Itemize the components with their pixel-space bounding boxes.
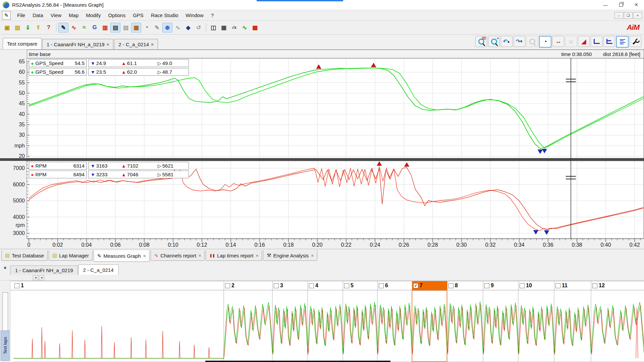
test-tab-1[interactable]: 2 - C_a_0214 (78, 264, 119, 275)
histogram-icon[interactable]: ∿ (69, 23, 79, 33)
compass-icon[interactable]: ◆ (183, 23, 193, 33)
gauge-icon[interactable]: ◔ (142, 23, 152, 33)
lap-checkbox-12[interactable] (592, 283, 597, 288)
gps-graph-icon[interactable]: G (90, 23, 100, 33)
spline-grey-icon[interactable]: ∿ (173, 23, 183, 33)
scroll-left-icon[interactable]: ◄ (33, 275, 38, 280)
menu-map[interactable]: Map (65, 10, 82, 20)
menu-racestudio[interactable]: Race Studio (147, 10, 182, 20)
menu-[interactable]: ? (207, 10, 217, 20)
workspace-tab-engine-analysis[interactable]: ⚒Engine Analysis× (263, 250, 317, 261)
open-test-icon[interactable]: ▣ (2, 23, 12, 33)
lap-checkbox-5[interactable] (344, 283, 349, 288)
lap-checkbox-11[interactable] (555, 283, 560, 288)
doc-tab-close-icon[interactable]: × (151, 42, 154, 47)
lap-report-icon[interactable]: ▥ (100, 23, 110, 33)
import-folder-icon[interactable]: ⇑ (33, 23, 43, 33)
test-tab-0[interactable]: 1 - CaananFr NH_a_0219 (10, 265, 78, 275)
lap-segment-11[interactable]: 11 (554, 281, 591, 290)
preview-icon[interactable]: ◫ (208, 23, 218, 33)
plot-divider[interactable] (0, 158, 644, 161)
workspace-tab-close-icon[interactable]: × (311, 253, 314, 258)
menu-file[interactable]: File (13, 10, 29, 20)
track-position-icon[interactable]: ⊕ (162, 23, 172, 33)
measures-list-button[interactable] (616, 36, 629, 48)
lap-checkbox-4[interactable] (309, 283, 314, 288)
doc-tab-0[interactable]: Test compare (3, 38, 42, 49)
open-file-icon[interactable]: ▨ (12, 23, 22, 33)
channels-report-icon[interactable]: ▦ (131, 23, 141, 33)
workspace-tab-close-icon[interactable]: × (143, 253, 146, 258)
zoom-next-button[interactable]: ↷▼ (514, 36, 525, 47)
restore-button[interactable] (613, 0, 629, 10)
lap-segment-1[interactable]: 1 (13, 281, 224, 290)
delta-button[interactable]: ◢ (578, 36, 590, 47)
mdi-minimize-button[interactable]: – (614, 12, 623, 19)
panel-close-button[interactable]: × (2, 265, 8, 271)
menu-modify[interactable]: Modify (82, 10, 104, 20)
scroll-left2-icon[interactable]: ◄ (39, 275, 44, 280)
lap-segment-3[interactable]: 3 (272, 281, 308, 290)
lap-segment-2[interactable]: 2 (224, 281, 272, 290)
lap-waveform[interactable] (0, 290, 644, 362)
lap-segment-9[interactable]: 9 (483, 281, 518, 290)
close-button[interactable]: × (629, 0, 644, 10)
math-channel-icon[interactable]: √x (229, 23, 239, 33)
time-base-button[interactable]: ◔ (539, 36, 551, 48)
report-icon[interactable]: ▤ (110, 23, 120, 33)
menu-gps[interactable]: GPS (129, 10, 147, 20)
lap-checkbox-1[interactable] (14, 283, 19, 288)
mdi-restore-button[interactable]: ❏ (624, 12, 633, 19)
lap-checkbox-8[interactable] (448, 283, 453, 288)
lap-checkbox-3[interactable] (274, 283, 279, 288)
doc-tab-2[interactable]: 2 - C_a_0214× (114, 39, 158, 49)
mdi-close-button[interactable]: × (633, 12, 642, 19)
report-grey-icon[interactable]: ▤ (121, 23, 131, 33)
minimize-button[interactable]: — (598, 0, 613, 10)
measures-graph-icon[interactable]: ✎ (58, 23, 68, 33)
help-data-icon[interactable]: ? (44, 23, 54, 33)
doc-tab-close-icon[interactable]: × (107, 42, 109, 47)
lap-segment-6[interactable]: 6 (377, 281, 412, 290)
lap-segment-10[interactable]: 10 (518, 281, 554, 290)
workspace-tab-close-icon[interactable]: × (199, 253, 201, 258)
one-graph-layout-button[interactable] (591, 36, 602, 47)
workspace-tab-measures-graph[interactable]: ✎Measures Graph× (94, 250, 150, 262)
print-icon[interactable]: ▦ (219, 23, 229, 33)
menu-view[interactable]: View (47, 10, 65, 20)
speed-legend-row-0[interactable]: ●GPS_Speed54.5▼24.9▲61.1▷49.0 (29, 59, 189, 67)
lap-checkbox-10[interactable] (520, 283, 525, 288)
workspace-tab-lap-manager[interactable]: ▤Lap Manager (49, 250, 93, 261)
menu-options[interactable]: Options (104, 10, 129, 20)
measures-graph-area[interactable]: 00:020:040:060:080:100:120:140:160:180:2… (0, 58, 644, 249)
lap-segment-12[interactable]: 12 (591, 281, 644, 290)
doc-tab-1[interactable]: 1 - CaananFr NH_a_0219× (42, 39, 113, 49)
speed-legend-row-1[interactable]: ●GPS_Speed56.6▼23.5▲62.0▷48.7 (29, 68, 189, 76)
lap-checkbox-6[interactable] (379, 283, 384, 288)
two-graph-layout-button[interactable] (603, 36, 615, 47)
workspace-tab-close-icon[interactable]: × (256, 253, 259, 258)
xy-graph-icon[interactable]: ≈ (79, 23, 89, 33)
workspace-tab-test-database[interactable]: ▤Test Database (1, 250, 48, 261)
zoom-in-button[interactable]: + (488, 36, 500, 47)
pen-grey-icon[interactable]: ✎ (152, 23, 162, 33)
lap-segment-7[interactable]: ✓7 (412, 281, 447, 290)
workspace-tab-channels-report[interactable]: ∿Channels report× (151, 250, 205, 261)
lap-segment-4[interactable]: 4 (308, 281, 343, 290)
wave-icon[interactable]: ∿ (239, 23, 250, 33)
test-laps-tab[interactable]: Test laps (1, 330, 9, 361)
lap-checkbox-7[interactable]: ✓ (413, 283, 418, 288)
distance-base-button[interactable]: ↔ (552, 36, 564, 47)
speed-rpm-plot[interactable]: 00:020:040:060:080:100:120:140:160:180:2… (0, 58, 644, 249)
curve-grey-icon[interactable]: ↺ (194, 23, 204, 33)
lap-segment-5[interactable]: 5 (343, 281, 377, 290)
settings-button[interactable] (630, 36, 641, 47)
rpm-legend-row-1[interactable]: ●RPM6494▼3233▲7046▷5581 (29, 171, 189, 178)
lap-checkbox-2[interactable] (225, 283, 230, 288)
rpm-legend-row-0[interactable]: ●RPM6314▼3163▲7102▷5621 (29, 162, 189, 170)
lap-checkbox-9[interactable] (484, 283, 489, 288)
menu-window[interactable]: Window (182, 10, 207, 20)
grid-icon[interactable]: ▩ (250, 23, 260, 33)
download-data-icon[interactable]: ⇓ (23, 23, 33, 33)
zoom-previous-button[interactable]: ↶▲ (501, 36, 513, 47)
